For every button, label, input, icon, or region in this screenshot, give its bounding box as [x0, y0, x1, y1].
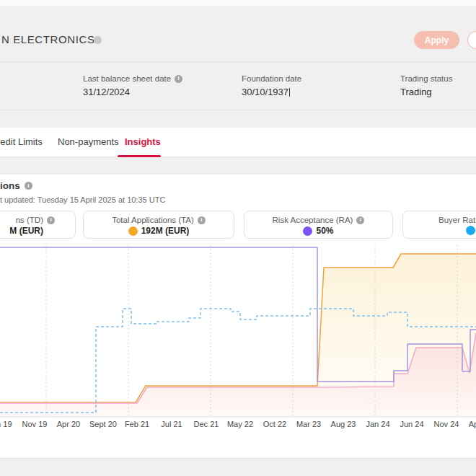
x-axis-label: Aug 23 [331, 420, 356, 428]
legend-card-risk-acceptance[interactable]: Risk Acceptance (RA)i 50% [244, 211, 393, 239]
legend-label: ns (TD) [16, 216, 43, 224]
x-axis-label: Feb 21 [125, 420, 149, 428]
divider [0, 61, 476, 62]
section-title: ionsi [0, 180, 32, 191]
legend-value: M (EUR) [9, 226, 43, 236]
x-axis-label: Jul 21 [161, 420, 182, 428]
field-value: 31/12/2024 [83, 87, 182, 97]
x-axis-label: Jun 19 [0, 420, 12, 428]
field-label: Foundation date [242, 74, 301, 83]
tab-insights[interactable]: Insights [125, 136, 161, 147]
insights-chart[interactable]: Jun 19Nov 19Apr 20Sept 20Feb 21Jul 21Dec… [0, 242, 476, 433]
field-last-balance-sheet-date: Last balance sheet datei 31/12/2024 [83, 74, 182, 97]
x-axis-label: Jun 24 [400, 420, 423, 428]
legend-value: 192M (EUR) [141, 226, 190, 236]
header-background [0, 0, 476, 128]
info-icon[interactable]: i [175, 75, 182, 83]
chart-x-axis: Jun 19Nov 19Apr 20Sept 20Feb 21Jul 21Dec… [0, 417, 476, 428]
top-strip [0, 0, 476, 6]
tab-non-payments[interactable]: Non-payments [58, 136, 119, 147]
field-label: Trading status [400, 74, 452, 83]
company-status-dot-icon [94, 36, 102, 44]
section-gap [0, 157, 476, 175]
legend-card-buyer-rating[interactable]: Buyer Rati [402, 211, 476, 239]
x-axis-label: Dec 21 [194, 420, 219, 428]
field-value: Trading [400, 87, 452, 97]
legend-card-td[interactable]: ns (TD)i M (EUR) [0, 211, 76, 239]
text-caret [289, 88, 290, 97]
x-axis-label: Sept 20 [89, 420, 117, 428]
legend-label: Total Applications (TA) [112, 216, 194, 224]
ta-color-dot-icon [128, 226, 138, 236]
info-icon[interactable]: i [356, 216, 364, 224]
x-axis-label: Apr 20 [57, 420, 80, 428]
field-trading-status: Trading status Trading [400, 74, 452, 97]
app-window: { "header": { "company_name": "N ELECTRO… [0, 0, 476, 476]
legend-label: Risk Acceptance (RA) [273, 216, 353, 224]
company-title: N ELECTRONICS [1, 33, 95, 45]
last-updated-text: t updated: Tuesday 15 April 2025 at 10:3… [0, 195, 165, 204]
ra-color-dot-icon [303, 226, 312, 236]
apply-button[interactable]: Apply [414, 31, 459, 49]
x-axis-label: Nov 24 [434, 420, 459, 428]
br-color-dot-icon [466, 226, 475, 235]
field-value[interactable]: 30/10/1937 [242, 87, 301, 97]
x-axis-label: Nov 19 [22, 420, 48, 428]
x-axis-label: Apr 25 [469, 420, 476, 428]
info-icon[interactable]: i [198, 216, 206, 224]
footer-bar [0, 458, 476, 476]
chart-area-fills [0, 254, 476, 417]
info-icon[interactable]: i [47, 216, 55, 224]
x-axis-label: Mar 23 [296, 420, 321, 428]
field-foundation-date: Foundation date 30/10/1937 [242, 74, 301, 97]
field-label: Last balance sheet date [83, 74, 171, 83]
legend-value: 50% [316, 226, 333, 236]
tab-credit-limits[interactable]: redit Limits [0, 136, 43, 147]
tab-bar: redit Limits Non-payments Insights [0, 128, 476, 157]
x-axis-label: Jan 24 [366, 420, 389, 428]
x-axis-label: Oct 22 [263, 420, 286, 428]
divider [0, 110, 476, 110]
legend-label: Buyer Rati [438, 216, 476, 224]
legend-card-total-applications[interactable]: Total Applications (TA)i 192M (EUR) [83, 211, 234, 239]
x-axis-label: May 22 [227, 420, 253, 428]
info-icon[interactable]: i [25, 182, 32, 190]
